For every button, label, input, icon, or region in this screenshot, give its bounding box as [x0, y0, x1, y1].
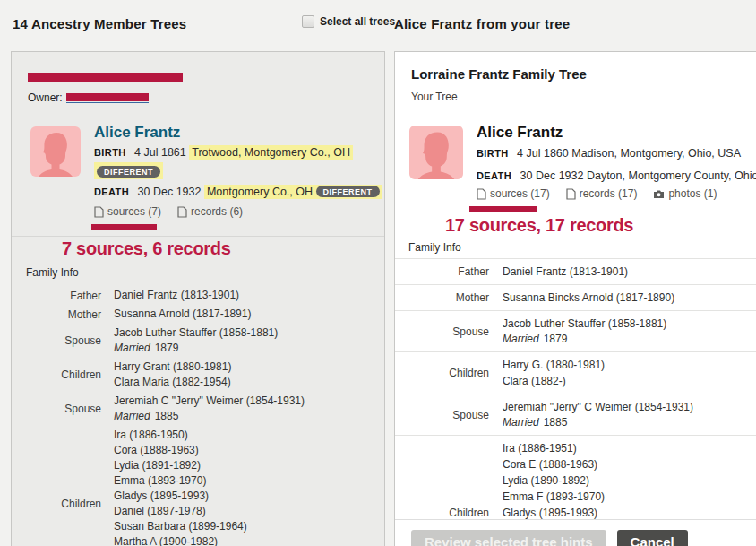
birth-label: BIRTH: [477, 148, 509, 159]
death-label: DEATH: [477, 170, 511, 181]
family-info-label: Family Info: [408, 241, 756, 254]
person-details: Alice Frantz BIRTH 4 Jul 1860 Madison, M…: [477, 124, 748, 212]
marriage-line: Married1879: [114, 341, 278, 356]
your-tree-heading: Alice Frantz from your tree: [394, 16, 570, 31]
member-trees-heading: 14 Ancestry Member Trees: [13, 16, 186, 31]
cancel-button[interactable]: Cancel: [617, 530, 688, 546]
tree-subtitle: Your Tree: [411, 91, 746, 103]
birth-date: 4 Jul 1861: [134, 146, 186, 159]
document-icon: [477, 188, 486, 200]
family-line: Susan Barbara (1899-1964): [114, 519, 247, 534]
sources-link[interactable]: sources (17): [477, 187, 550, 200]
select-all-trees[interactable]: Select all trees: [302, 15, 395, 28]
family-row-spouse-1: Spouse Jacob Luther Stauffer (1858-1881)…: [12, 324, 384, 358]
family-line: Jeremiah "Jerry" C Weimer (1854-1931): [503, 399, 693, 415]
records-link[interactable]: records (17): [566, 187, 638, 200]
row-label: Mother: [26, 308, 101, 321]
records-link[interactable]: records (6): [177, 205, 243, 218]
row-label: Father: [26, 290, 101, 302]
select-all-label: Select all trees: [320, 15, 395, 28]
marriage-line: Married1885: [503, 415, 693, 430]
female-silhouette-icon: [409, 126, 463, 179]
annotation-sources-records: 17 sources, 17 records: [445, 215, 756, 236]
family-info-table: Father Daniel Frantz (1813-1901) Mother …: [12, 286, 384, 546]
different-badge: DIFFERENT: [316, 186, 380, 197]
row-label: Spouse: [411, 325, 489, 338]
person-summary: Alice Frantz BIRTH 4 Jul 1860 Madison, M…: [395, 108, 756, 212]
tree-title: Lorraine Frantz Family Tree: [411, 66, 746, 82]
birth-place-highlighted: Trotwood, Montgomery Co., OH: [189, 145, 353, 160]
death-row: DEATH 30 Dec 1932 Dayton, Montgomery Cou…: [477, 169, 748, 184]
person-name-link[interactable]: Alice Frantz: [94, 124, 370, 142]
birth-text: 4 Jul 1860 Madison, Montgomery, Ohio, US…: [517, 147, 741, 160]
death-label: DEATH: [94, 186, 129, 197]
family-line: Susanna Arnold (1817-1891): [114, 307, 251, 322]
family-line: Clara (1882-): [503, 373, 605, 389]
row-label: Children: [26, 498, 101, 510]
death-date: 30 Dec 1932: [138, 186, 202, 198]
family-line: Clara Maria (1882-1954): [114, 375, 231, 390]
family-line: Martha A (1900-1982): [114, 534, 247, 546]
family-row-children-2: Children Ira (1886-1950)Cora (1888-1963)…: [12, 426, 384, 546]
family-row-children-1: Children Harry G. (1880-1981)Clara (1882…: [395, 351, 756, 394]
sources-records-row: sources (7) records (6): [94, 205, 370, 218]
family-row-spouse-2: Spouse Jeremiah "Jerry" C Weimer (1854-1…: [395, 394, 756, 435]
member-tree-card: Owner: Alice Frantz BIRTH 4 Jul 1861 Tro…: [11, 51, 385, 546]
marriage-line: Married1879: [503, 332, 666, 347]
select-all-checkbox[interactable]: [302, 15, 314, 28]
your-tree-header: Lorraine Frantz Family Tree Your Tree: [395, 52, 756, 108]
family-line: Ira (1886-1951): [503, 440, 622, 456]
family-line: Cora (1888-1963): [114, 443, 247, 458]
row-label: Spouse: [26, 334, 101, 347]
row-label: Spouse: [411, 409, 489, 421]
row-label: Spouse: [26, 403, 101, 415]
family-line: Jacob Luther Stauffer (1858-1881): [503, 316, 666, 332]
action-bar: Review selected tree hints Cancel: [395, 519, 756, 546]
family-row-spouse-1: Spouse Jacob Luther Stauffer (1858-1881)…: [395, 310, 756, 351]
birth-row: BIRTH 4 Jul 1860 Madison, Montgomery, Oh…: [477, 146, 748, 161]
family-line: Harry G. (1880-1981): [503, 357, 605, 373]
marriage-line: Married1885: [114, 409, 305, 424]
family-line: Ira (1886-1950): [114, 428, 247, 443]
row-values: Harry Grant (1880-1981)Clara Maria (1882…: [114, 360, 231, 390]
family-line: Daniel (1897-1978): [114, 504, 247, 519]
your-tree-card: Lorraine Frantz Family Tree Your Tree Al…: [394, 51, 756, 546]
family-row-children-1: Children Harry Grant (1880-1981)Clara Ma…: [12, 358, 384, 392]
family-line: Cora E (1888-1963): [503, 456, 622, 472]
top-header: 14 Ancestry Member Trees Select all tree…: [0, 0, 756, 50]
family-line: Gladys (1895-1993): [114, 489, 247, 504]
photos-link[interactable]: photos (1): [653, 187, 717, 200]
row-label: Children: [411, 367, 489, 379]
row-label: Children: [411, 507, 489, 519]
owner-label: Owner:: [28, 91, 63, 104]
row-values: Susanna Bincks Arnold (1817-1890): [503, 290, 674, 306]
redaction-bar-tree-title[interactable]: [28, 73, 183, 82]
family-row-father: Father Daniel Frantz (1813-1901): [12, 286, 384, 305]
family-line: Lydia (1890-1892): [503, 472, 622, 489]
death-text: 30 Dec 1932 Dayton, Montgomery County, O…: [520, 169, 756, 182]
annotation-underline-sources: [469, 206, 537, 212]
family-line: Daniel Frantz (1813-1901): [503, 264, 628, 280]
family-line: Emma (1893-1970): [114, 473, 247, 489]
owner-link[interactable]: [66, 93, 149, 103]
highlight-wrap: DIFFERENT: [94, 162, 163, 179]
row-values: Jeremiah "Jerry" C Weimer (1854-1931) Ma…: [503, 399, 693, 430]
family-line: Jacob Luther Stauffer (1858-1881): [114, 325, 278, 341]
person-details: Alice Frantz BIRTH 4 Jul 1861 Trotwood, …: [94, 124, 370, 230]
row-values: Daniel Frantz (1813-1901): [114, 288, 239, 303]
death-row: DEATH 30 Dec 1932 Montgomery Co., OH DIF…: [94, 185, 370, 200]
annotation-underline-sources: [91, 224, 157, 230]
person-summary: Alice Frantz BIRTH 4 Jul 1861 Trotwood, …: [12, 108, 384, 237]
sources-records-row: sources (17) records (17) photos (1): [477, 187, 748, 200]
family-row-father: Father Daniel Frantz (1813-1901): [395, 258, 756, 284]
row-values: Jeremiah C "Jerry" Weimer (1854-1931) Ma…: [114, 394, 305, 424]
document-icon: [94, 206, 104, 218]
family-line: Daniel Frantz (1813-1901): [114, 288, 239, 303]
review-selected-tree-hints-button[interactable]: Review selected tree hints: [411, 530, 606, 546]
row-values: Harry G. (1880-1981)Clara (1882-): [503, 357, 605, 389]
sources-link[interactable]: sources (7): [94, 205, 161, 218]
birth-label: BIRTH: [94, 147, 126, 158]
row-values: Susanna Arnold (1817-1891): [114, 307, 251, 322]
row-values: Jacob Luther Stauffer (1858-1881) Marrie…: [503, 316, 666, 347]
family-info-label: Family Info: [26, 266, 384, 279]
